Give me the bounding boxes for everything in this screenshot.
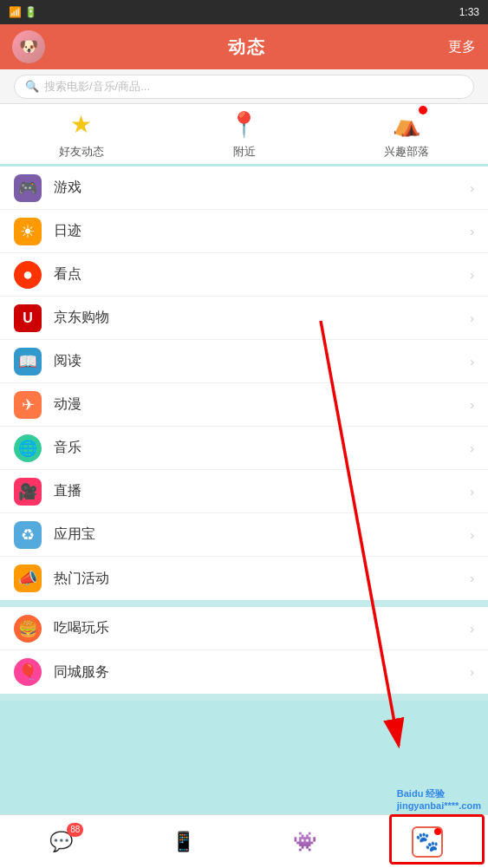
messages-badge: 88 [67,823,83,837]
live-icon: 🎥 [14,478,42,506]
menu-label-live: 直播 [54,482,470,500]
chevron-icon: › [470,441,474,455]
chevron-icon: › [470,311,474,325]
game-icon: 🎮 [14,174,42,202]
bottom-nav: 💬 88 📱 👾 🐾 [0,814,488,868]
search-icon: 🔍 [25,80,39,93]
chevron-icon: › [470,665,474,679]
status-time: 1:33 [459,6,479,18]
menu-label-eat: 吃喝玩乐 [54,619,470,637]
tab-tribe-label: 兴趣部落 [384,144,429,160]
menu-item-eat[interactable]: 🍔 吃喝玩乐 › [0,607,488,650]
anime-icon: ✈ [14,391,42,419]
diary-icon: ☀ [14,218,42,245]
status-icons: 📶 🔋 [9,6,37,18]
bottom-nav-messages[interactable]: 💬 88 [0,826,122,858]
tab-friends-icon: ★ [66,109,97,140]
header: 🐶 动态 更多 [0,24,488,69]
tab-friends[interactable]: ★ 好友动态 [0,109,163,160]
chevron-icon: › [470,571,474,585]
menu-label-jd: 京东购物 [54,309,470,327]
star-icon: ★ [70,110,92,139]
tribe-icon: ⛺ [393,111,420,138]
header-more-button[interactable]: 更多 [448,38,476,56]
profile-icon: 🐾 [412,826,443,858]
menu-label-game: 游戏 [54,179,470,197]
chevron-icon: › [470,225,474,238]
avatar[interactable]: 🐶 [12,30,45,63]
music-icon: 🌐 [14,434,42,462]
menu-item-read[interactable]: 📖 阅读 › [0,340,488,383]
menu-item-live[interactable]: 🎥 直播 › [0,470,488,513]
menu-item-jd[interactable]: U 京东购物 › [0,297,488,340]
search-input-wrap[interactable]: 🔍 搜索电影/音乐/商品... [14,75,474,99]
tribe-badge [419,106,427,114]
city-icon: 🎈 [14,658,42,686]
kandian-icon: ● [14,261,42,289]
tab-friends-label: 好友动态 [59,144,104,160]
search-bar: 🔍 搜索电影/音乐/商品... [0,69,488,104]
tab-tribe-icon: ⛺ [391,109,422,140]
tab-nearby-label: 附近 [233,144,256,160]
chevron-icon: › [470,355,474,369]
tab-nearby-icon: 📍 [229,109,260,140]
status-right: 1:33 [459,6,479,18]
menu-section-2: 🍔 吃喝玩乐 › 🎈 同城服务 › [0,607,488,694]
menu-label-kandian: 看点 [54,265,470,284]
menu-item-game[interactable]: 🎮 游戏 › [0,166,488,210]
menu-item-hot[interactable]: 📣 热门活动 › [0,557,488,600]
search-placeholder: 搜索电影/音乐/商品... [44,79,150,95]
chevron-icon: › [470,398,474,412]
app-icon: ♻ [14,521,42,549]
eat-icon: 🍔 [14,615,42,643]
chevron-icon: › [470,268,474,282]
chevron-icon: › [470,528,474,542]
menu-item-city[interactable]: 🎈 同城服务 › [0,650,488,694]
hot-icon: 📣 [14,565,42,592]
chevron-icon: › [470,622,474,636]
location-icon: 📍 [229,110,259,139]
menu-item-music[interactable]: 🌐 音乐 › [0,427,488,470]
discover-icon: 👾 [290,826,321,858]
menu-label-read: 阅读 [54,352,470,370]
bottom-nav-contacts[interactable]: 📱 [122,826,244,858]
bottom-nav-discover[interactable]: 👾 [244,826,367,858]
menu-label-music: 音乐 [54,439,470,457]
menu-label-hot: 热门活动 [54,570,470,588]
content-area: 🎮 游戏 › ☀ 日迹 › ● 看点 › U 京东购物 › 📖 阅读 [0,166,488,868]
chevron-icon: › [470,485,474,499]
menu-label-app: 应用宝 [54,525,470,544]
tab-tribe[interactable]: ⛺ 兴趣部落 [325,109,488,160]
read-icon: 📖 [14,348,42,375]
menu-label-city: 同城服务 [54,663,470,682]
chevron-icon: › [470,181,474,195]
menu-item-diary[interactable]: ☀ 日迹 › [0,210,488,253]
messages-icon: 💬 88 [45,826,76,858]
menu-label-diary: 日迹 [54,222,470,240]
header-title: 动态 [228,36,266,59]
menu-item-app[interactable]: ♻ 应用宝 › [0,513,488,557]
jd-icon: U [14,304,42,332]
status-left: 📶 🔋 [9,6,37,18]
tab-nearby[interactable]: 📍 附近 [163,109,326,160]
bottom-nav-profile[interactable]: 🐾 [366,826,488,858]
menu-label-anime: 动漫 [54,395,470,414]
menu-item-kandian[interactable]: ● 看点 › [0,253,488,297]
contacts-icon: 📱 [167,826,198,858]
status-bar: 📶 🔋 1:33 [0,0,488,24]
app-page: 📶 🔋 1:33 🐶 动态 更多 🔍 搜索电影/音乐/商品... ★ 好友动态 … [0,0,488,868]
menu-section-1: 🎮 游戏 › ☀ 日迹 › ● 看点 › U 京东购物 › 📖 阅读 [0,166,488,600]
nav-tabs: ★ 好友动态 📍 附近 ⛺ 兴趣部落 [0,104,488,166]
menu-item-anime[interactable]: ✈ 动漫 › [0,383,488,427]
profile-dot [434,828,441,835]
